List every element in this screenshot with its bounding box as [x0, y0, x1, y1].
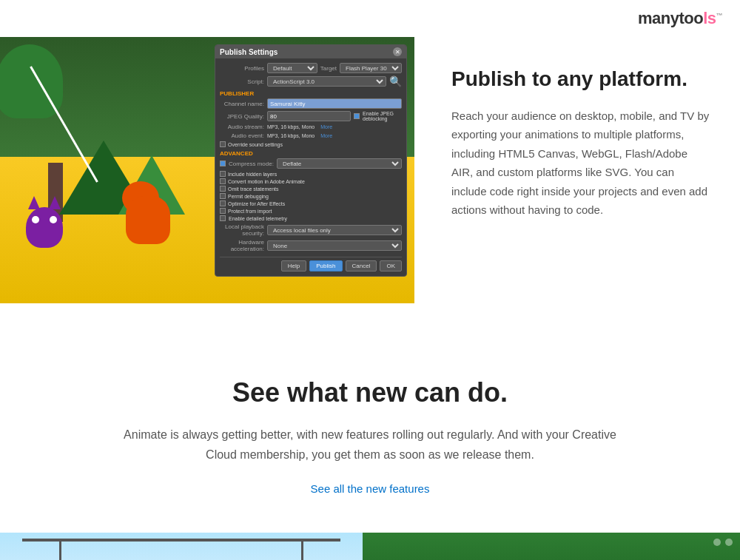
include-hidden-checkbox[interactable]: [220, 171, 226, 177]
bottom-section: [0, 533, 740, 560]
permit-debug-row: Permit debugging: [220, 193, 402, 199]
omit-trace-label: Omit trace statements: [228, 186, 278, 192]
telemetry-checkbox[interactable]: [220, 215, 226, 221]
omit-trace-row: Omit trace statements: [220, 186, 402, 192]
dialog-close-button[interactable]: ✕: [393, 47, 402, 56]
audio-event-link[interactable]: More: [320, 133, 332, 138]
hardware-label: Hardware acceleration:: [220, 239, 264, 252]
compress-select[interactable]: Deflate: [277, 158, 402, 169]
cat-ear-right: [49, 196, 61, 209]
classroom-scene: [0, 533, 363, 560]
animation-screenshot: Publish Settings ✕ Profiles Default Targ…: [0, 37, 414, 303]
dialog-footer: Help Publish Cancel OK: [220, 257, 402, 271]
dialog-script-row: Script: ActionScript 3.0 🔍: [220, 75, 402, 87]
optimize-row: Optimize for After Effects: [220, 200, 402, 206]
cat-eye-right: [50, 216, 57, 223]
include-hidden-row: Include hidden layers: [220, 171, 402, 177]
protect-label: Protect from import: [228, 209, 272, 214]
jpeg-quality-label: JPEG Quality:: [220, 113, 264, 120]
publish-button[interactable]: Publish: [309, 260, 342, 271]
omit-trace-checkbox[interactable]: [220, 186, 226, 192]
content-body: Reach your audience on desktop, mobile, …: [451, 107, 710, 220]
jpeg-deblocking-checkbox[interactable]: [354, 113, 360, 119]
new-features-link[interactable]: See all the new features: [311, 482, 430, 495]
logo: manytools™: [638, 9, 722, 28]
local-playback-select[interactable]: Access local files only: [267, 225, 402, 235]
protect-checkbox[interactable]: [220, 208, 226, 214]
right-thumb-bar: [713, 539, 733, 546]
dialog-title: Publish Settings: [220, 48, 278, 56]
target-label: Target: [320, 65, 337, 72]
channel-name-input[interactable]: [267, 98, 402, 109]
convert-label: Convert motion in Adobe Animate: [228, 179, 305, 184]
right-thumbnail: [363, 533, 740, 560]
logo-tm: ™: [716, 12, 723, 19]
middle-heading: See what new can do.: [15, 377, 725, 408]
dialog-audio-stream-row: Audio stream: MP3, 16 kbps, Mono More: [220, 124, 402, 130]
advanced-section-title: ADVANCED: [220, 150, 402, 157]
cat-eye-left: [32, 216, 39, 223]
audio-event-label: Audio event:: [220, 132, 264, 139]
dialog-local-playback-row: Local playback security: Access local fi…: [220, 223, 402, 237]
dialog-titlebar: Publish Settings ✕: [215, 45, 406, 58]
telemetry-label: Enable detailed telemetry: [229, 216, 287, 221]
optimize-checkbox[interactable]: [220, 200, 226, 206]
dialog-telemetry-row: Enable detailed telemetry: [220, 215, 402, 221]
cat-character: [22, 207, 67, 259]
cat-ear-left: [28, 196, 40, 209]
convert-checkbox[interactable]: [220, 178, 226, 184]
permit-debug-checkbox[interactable]: [220, 193, 226, 199]
search-icon[interactable]: 🔍: [389, 75, 402, 87]
fox-body: [126, 196, 170, 244]
help-button[interactable]: Help: [281, 260, 306, 271]
override-label: Override sound settings: [228, 142, 283, 147]
override-checkbox[interactable]: [220, 141, 226, 147]
dialog-compress-row: Compress mode: Deflate: [220, 158, 402, 169]
profile-dot-2: [725, 539, 733, 546]
compress-label: Compress mode:: [229, 161, 274, 167]
profiles-label: Profiles: [220, 65, 264, 72]
middle-body: Animate is always getting better, with n…: [111, 425, 629, 465]
cat-body: [26, 207, 63, 248]
publish-dialog: Publish Settings ✕ Profiles Default Targ…: [215, 44, 407, 277]
optimize-label: Optimize for After Effects: [228, 201, 285, 206]
audio-stream-link[interactable]: More: [320, 124, 332, 129]
protect-row: Protect from import: [220, 208, 402, 214]
profiles-select[interactable]: Default: [267, 63, 317, 73]
dialog-override-row: Override sound settings: [220, 141, 402, 147]
ok-button[interactable]: OK: [380, 260, 402, 271]
cancel-button[interactable]: Cancel: [346, 260, 377, 271]
script-select[interactable]: ActionScript 3.0: [267, 76, 386, 87]
include-hidden-label: Include hidden layers: [228, 172, 277, 177]
audio-stream-value: MP3, 16 kbps, Mono: [267, 124, 314, 129]
target-select[interactable]: Flash Player 30: [340, 63, 402, 73]
jpeg-deblocking-label: Enable JPEG deblocking: [363, 111, 402, 121]
header: manytools™: [0, 0, 740, 37]
channel-name-label: Channel name:: [220, 101, 264, 107]
jpeg-quality-input[interactable]: [267, 111, 351, 121]
middle-section: See what new can do. Animate is always g…: [0, 333, 740, 533]
permit-debug-label: Permit debugging: [228, 194, 269, 199]
hardware-select[interactable]: None: [267, 240, 402, 251]
dialog-channel-row: Channel name:: [220, 98, 402, 109]
logo-text: manytools™: [638, 9, 722, 28]
script-label: Script:: [220, 78, 264, 85]
dialog-profiles-row: Profiles Default Target Flash Player 30: [220, 63, 402, 73]
audio-event-value: MP3, 16 kbps, Mono: [267, 133, 314, 138]
compress-checkbox[interactable]: [220, 161, 226, 166]
left-thumbnail: [0, 533, 363, 560]
local-playback-label: Local playback security:: [220, 223, 264, 237]
top-section: Publish Settings ✕ Profiles Default Targ…: [0, 37, 740, 333]
logo-highlight: ls: [703, 9, 716, 27]
profile-dot-1: [713, 539, 721, 546]
dialog-hardware-row: Hardware acceleration: None: [220, 239, 402, 252]
content-panel: Publish to any platform. Reach your audi…: [414, 37, 740, 249]
convert-row: Convert motion in Adobe Animate: [220, 178, 402, 184]
fox-character: [118, 196, 178, 263]
publisher-section-title: PUBLISHER: [220, 90, 402, 97]
audio-stream-label: Audio stream:: [220, 124, 264, 130]
dialog-audio-event-row: Audio event: MP3, 16 kbps, Mono More: [220, 132, 402, 139]
content-heading: Publish to any platform.: [451, 67, 710, 92]
dialog-jpeg-row: JPEG Quality: Enable JPEG deblocking: [220, 111, 402, 121]
